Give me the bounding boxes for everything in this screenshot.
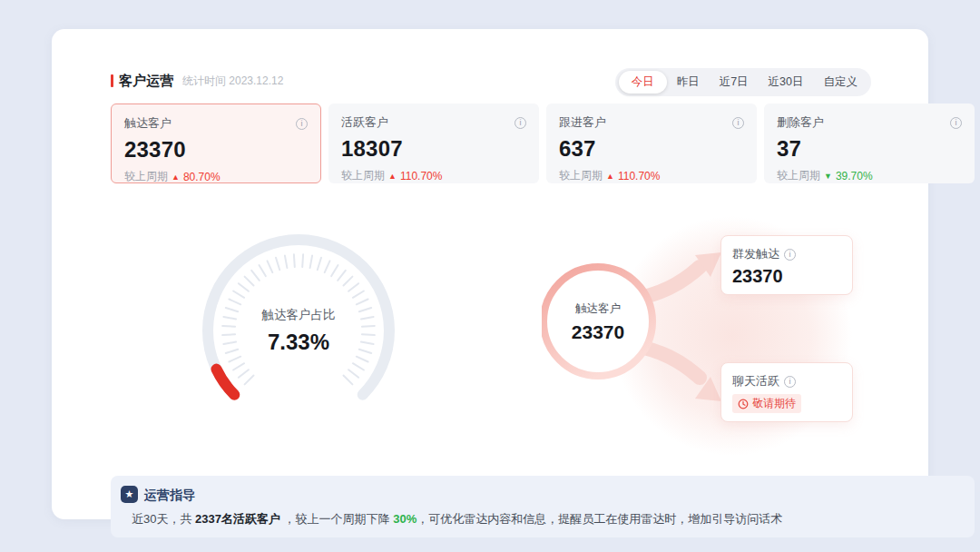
guidance-text: 近30天，共 2337名活跃客户 ，较上一个周期下降 30%，可优化雷达内容和信… [132,511,782,527]
flow-source-value: 23370 [507,321,689,343]
tab-today[interactable]: 今日 [619,71,667,94]
coming-soon-badge: 敬请期待 [732,394,801,413]
compare-label: 较上周期 [777,168,820,183]
stat-date: 统计时间 2023.12.12 [182,74,283,89]
trend-down-icon: ▼ [824,172,832,181]
stat-card-deleted[interactable]: 删除客户 i 37 较上周期 ▼ 39.70% [764,104,975,183]
gauge-value: 7.33% [208,330,389,355]
flow-source: 触达客户 23370 [507,301,689,343]
flow-source-label: 触达客户 [507,301,689,317]
clock-icon [738,399,749,409]
trend-up-icon: ▲ [606,172,614,181]
gauge-label: 触达客户占比 [208,307,389,323]
tab-yesterday[interactable]: 昨日 [667,71,710,94]
title-accent-bar [111,74,113,87]
stat-value: 637 [559,136,744,162]
info-icon[interactable]: i [296,118,308,130]
tab-last7days[interactable]: 近7日 [710,71,759,94]
customer-operations-dashboard: 客户运营 统计时间 2023.12.12 今日 昨日 近7日 近30日 自定义 … [0,0,980,552]
compare-label: 较上周期 [341,168,385,183]
tab-last30days[interactable]: 近30日 [759,71,814,94]
time-range-tabs: 今日 昨日 近7日 近30日 自定义 [615,68,871,96]
main-panel: 客户运营 统计时间 2023.12.12 今日 昨日 近7日 近30日 自定义 … [52,29,928,519]
stat-value: 23370 [124,137,308,163]
stat-title: 删除客户 [777,114,824,131]
mass-reach-value: 23370 [732,266,841,287]
header: 客户运营 统计时间 2023.12.12 [111,71,283,91]
chat-active-title: 聊天活跃 [732,373,779,389]
stat-card-active[interactable]: 活跃客户 i 18307 较上周期 ▲ 110.70% [328,104,539,183]
chat-active-card: 聊天活跃 i 敬请期待 [720,362,853,422]
mass-reach-card: 群发触达 i 23370 [720,235,853,295]
stat-value: 37 [777,136,962,162]
compare-label: 较上周期 [124,169,168,184]
stat-delta: 110.70% [400,170,442,182]
stat-title: 触达客户 [124,115,172,132]
stat-title: 活跃客户 [341,114,388,131]
stat-card-followup[interactable]: 跟进客户 i 637 较上周期 ▲ 110.70% [546,104,757,183]
info-icon[interactable]: i [784,249,796,261]
info-icon[interactable]: i [950,117,962,129]
stat-value: 18307 [341,136,526,162]
stat-delta: 110.70% [618,170,660,182]
info-icon[interactable]: i [514,117,526,129]
trend-up-icon: ▲ [172,172,180,182]
stat-title: 跟进客户 [559,114,606,131]
tab-custom[interactable]: 自定义 [814,71,868,94]
gauge-center-text: 触达客户占比 7.33% [208,307,389,355]
compare-label: 较上周期 [559,168,603,183]
trend-up-icon: ▲ [388,172,397,181]
operations-guidance: ★ 运营指导 近30天，共 2337名活跃客户 ，较上一个周期下降 30%，可优… [111,476,975,537]
stat-card-reached[interactable]: 触达客户 i 23370 较上周期 ▲ 80.70% [111,104,321,183]
mass-reach-title: 群发触达 [732,246,779,262]
info-icon[interactable]: i [784,376,796,388]
stat-card-row: 触达客户 i 23370 较上周期 ▲ 80.70% 活跃客户 i 18307 … [111,104,975,183]
info-icon[interactable]: i [732,117,744,129]
guidance-title: 运营指导 [144,488,195,504]
page-title: 客户运营 [119,73,173,90]
stat-delta: 39.70% [836,170,873,182]
stat-delta: 80.70% [183,171,220,183]
guidance-star-icon: ★ [121,486,138,503]
